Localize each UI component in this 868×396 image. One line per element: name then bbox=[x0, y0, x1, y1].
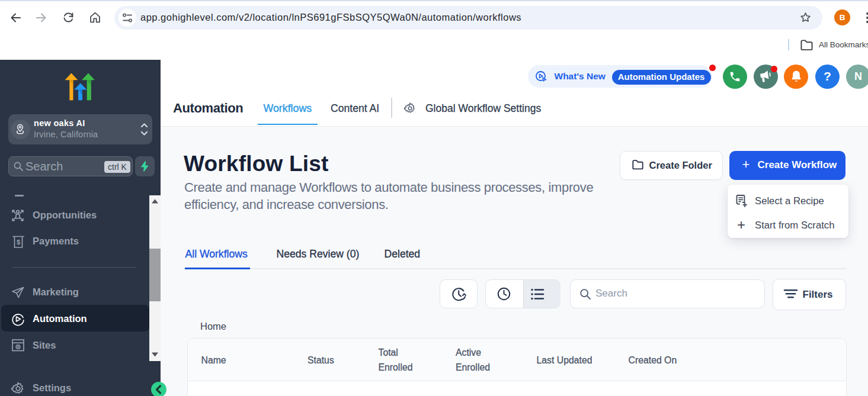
svg-text:$: $ bbox=[17, 239, 20, 246]
